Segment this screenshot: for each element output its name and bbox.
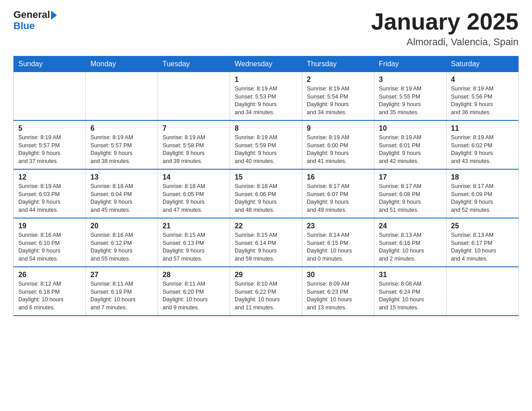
- calendar-cell: 17Sunrise: 8:17 AM Sunset: 6:08 PM Dayli…: [374, 169, 446, 218]
- day-number: 23: [307, 222, 369, 230]
- calendar-cell: 10Sunrise: 8:19 AM Sunset: 6:01 PM Dayli…: [374, 120, 446, 169]
- page-header: General Blue January 2025 Almoradi, Vale…: [13, 9, 519, 48]
- calendar-cell: [158, 72, 230, 121]
- day-info: Sunrise: 8:19 AM Sunset: 5:57 PM Dayligh…: [18, 134, 81, 165]
- day-number: 3: [379, 76, 442, 84]
- day-info: Sunrise: 8:19 AM Sunset: 5:57 PM Dayligh…: [90, 134, 153, 165]
- calendar-cell: 15Sunrise: 8:18 AM Sunset: 6:06 PM Dayli…: [230, 169, 302, 218]
- calendar-cell: 31Sunrise: 8:08 AM Sunset: 6:24 PM Dayli…: [374, 267, 446, 316]
- day-info: Sunrise: 8:14 AM Sunset: 6:15 PM Dayligh…: [307, 231, 369, 263]
- day-number: 21: [163, 222, 225, 230]
- calendar-week-row: 19Sunrise: 8:16 AM Sunset: 6:10 PM Dayli…: [14, 218, 519, 267]
- day-info: Sunrise: 8:19 AM Sunset: 5:58 PM Dayligh…: [163, 134, 225, 165]
- day-number: 13: [90, 173, 153, 181]
- day-info: Sunrise: 8:18 AM Sunset: 6:06 PM Dayligh…: [235, 183, 297, 214]
- day-number: 16: [307, 173, 369, 181]
- day-number: 26: [18, 271, 81, 279]
- title-section: January 2025 Almoradi, Valencia, Spain: [371, 9, 519, 48]
- day-info: Sunrise: 8:09 AM Sunset: 6:23 PM Dayligh…: [307, 280, 369, 312]
- day-info: Sunrise: 8:16 AM Sunset: 6:12 PM Dayligh…: [90, 231, 153, 263]
- day-info: Sunrise: 8:15 AM Sunset: 6:13 PM Dayligh…: [163, 231, 225, 263]
- day-number: 11: [451, 124, 514, 133]
- calendar-cell: 29Sunrise: 8:10 AM Sunset: 6:22 PM Dayli…: [230, 267, 302, 316]
- day-info: Sunrise: 8:11 AM Sunset: 6:20 PM Dayligh…: [163, 280, 225, 312]
- day-info: Sunrise: 8:08 AM Sunset: 6:24 PM Dayligh…: [379, 280, 442, 312]
- day-number: 8: [235, 124, 297, 133]
- day-number: 29: [235, 271, 297, 279]
- logo-text-general: General: [13, 9, 50, 20]
- calendar-cell: 24Sunrise: 8:13 AM Sunset: 6:16 PM Dayli…: [374, 218, 446, 267]
- day-info: Sunrise: 8:17 AM Sunset: 6:09 PM Dayligh…: [451, 183, 514, 214]
- calendar-cell: 22Sunrise: 8:15 AM Sunset: 6:14 PM Dayli…: [230, 218, 302, 267]
- day-number: 30: [307, 271, 369, 279]
- day-info: Sunrise: 8:19 AM Sunset: 5:54 PM Dayligh…: [307, 85, 369, 116]
- day-number: 2: [307, 76, 369, 84]
- day-info: Sunrise: 8:19 AM Sunset: 6:03 PM Dayligh…: [18, 183, 81, 214]
- calendar-cell: [86, 72, 158, 121]
- calendar-cell: 30Sunrise: 8:09 AM Sunset: 6:23 PM Dayli…: [302, 267, 374, 316]
- weekday-header-wednesday: Wednesday: [230, 56, 302, 72]
- month-title: January 2025: [371, 9, 519, 34]
- calendar-cell: 21Sunrise: 8:15 AM Sunset: 6:13 PM Dayli…: [158, 218, 230, 267]
- calendar-table: SundayMondayTuesdayWednesdayThursdayFrid…: [13, 56, 519, 316]
- calendar-cell: 6Sunrise: 8:19 AM Sunset: 5:57 PM Daylig…: [86, 120, 158, 169]
- day-info: Sunrise: 8:12 AM Sunset: 6:18 PM Dayligh…: [18, 280, 81, 312]
- calendar-cell: [14, 72, 86, 121]
- calendar-body: 1Sunrise: 8:19 AM Sunset: 5:53 PM Daylig…: [14, 72, 519, 316]
- calendar-cell: 1Sunrise: 8:19 AM Sunset: 5:53 PM Daylig…: [230, 72, 302, 121]
- calendar-cell: 13Sunrise: 8:18 AM Sunset: 6:04 PM Dayli…: [86, 169, 158, 218]
- weekday-header-friday: Friday: [374, 56, 446, 72]
- weekday-header-tuesday: Tuesday: [158, 56, 230, 72]
- day-info: Sunrise: 8:18 AM Sunset: 6:04 PM Dayligh…: [90, 183, 153, 214]
- day-info: Sunrise: 8:19 AM Sunset: 6:00 PM Dayligh…: [307, 134, 369, 165]
- calendar-cell: 23Sunrise: 8:14 AM Sunset: 6:15 PM Dayli…: [302, 218, 374, 267]
- calendar-cell: 7Sunrise: 8:19 AM Sunset: 5:58 PM Daylig…: [158, 120, 230, 169]
- day-number: 14: [163, 173, 225, 181]
- calendar-cell: 8Sunrise: 8:19 AM Sunset: 5:59 PM Daylig…: [230, 120, 302, 169]
- weekday-header-monday: Monday: [86, 56, 158, 72]
- day-info: Sunrise: 8:15 AM Sunset: 6:14 PM Dayligh…: [235, 231, 297, 263]
- logo-arrow-icon: [51, 11, 57, 20]
- day-number: 5: [18, 124, 81, 133]
- calendar-cell: 28Sunrise: 8:11 AM Sunset: 6:20 PM Dayli…: [158, 267, 230, 316]
- day-number: 12: [18, 173, 81, 181]
- day-number: 19: [18, 222, 81, 230]
- day-info: Sunrise: 8:19 AM Sunset: 5:55 PM Dayligh…: [379, 85, 442, 116]
- day-number: 6: [90, 124, 153, 133]
- day-number: 4: [451, 76, 514, 84]
- day-info: Sunrise: 8:19 AM Sunset: 6:01 PM Dayligh…: [379, 134, 442, 165]
- day-info: Sunrise: 8:17 AM Sunset: 6:08 PM Dayligh…: [379, 183, 442, 214]
- day-number: 28: [163, 271, 225, 279]
- calendar-week-row: 1Sunrise: 8:19 AM Sunset: 5:53 PM Daylig…: [14, 72, 519, 121]
- location: Almoradi, Valencia, Spain: [371, 36, 519, 48]
- calendar-cell: 11Sunrise: 8:19 AM Sunset: 6:02 PM Dayli…: [446, 120, 519, 169]
- day-info: Sunrise: 8:18 AM Sunset: 6:05 PM Dayligh…: [163, 183, 225, 214]
- calendar-cell: 12Sunrise: 8:19 AM Sunset: 6:03 PM Dayli…: [14, 169, 86, 218]
- day-number: 24: [379, 222, 442, 230]
- day-number: 25: [451, 222, 514, 230]
- calendar-cell: 27Sunrise: 8:11 AM Sunset: 6:19 PM Dayli…: [86, 267, 158, 316]
- calendar-cell: 5Sunrise: 8:19 AM Sunset: 5:57 PM Daylig…: [14, 120, 86, 169]
- day-number: 7: [163, 124, 225, 133]
- calendar-cell: 2Sunrise: 8:19 AM Sunset: 5:54 PM Daylig…: [302, 72, 374, 121]
- calendar-cell: 26Sunrise: 8:12 AM Sunset: 6:18 PM Dayli…: [14, 267, 86, 316]
- calendar-header: SundayMondayTuesdayWednesdayThursdayFrid…: [14, 56, 519, 72]
- day-number: 15: [235, 173, 297, 181]
- day-number: 1: [235, 76, 297, 84]
- day-info: Sunrise: 8:16 AM Sunset: 6:10 PM Dayligh…: [18, 231, 81, 263]
- calendar-cell: 4Sunrise: 8:19 AM Sunset: 5:56 PM Daylig…: [446, 72, 519, 121]
- weekday-header-thursday: Thursday: [302, 56, 374, 72]
- day-number: 22: [235, 222, 297, 230]
- day-info: Sunrise: 8:17 AM Sunset: 6:07 PM Dayligh…: [307, 183, 369, 214]
- day-number: 17: [379, 173, 442, 181]
- day-number: 20: [90, 222, 153, 230]
- calendar-cell: 9Sunrise: 8:19 AM Sunset: 6:00 PM Daylig…: [302, 120, 374, 169]
- day-number: 18: [451, 173, 514, 181]
- weekday-header-row: SundayMondayTuesdayWednesdayThursdayFrid…: [14, 56, 519, 72]
- day-info: Sunrise: 8:10 AM Sunset: 6:22 PM Dayligh…: [235, 280, 297, 312]
- calendar-cell: 16Sunrise: 8:17 AM Sunset: 6:07 PM Dayli…: [302, 169, 374, 218]
- day-info: Sunrise: 8:13 AM Sunset: 6:17 PM Dayligh…: [451, 231, 514, 263]
- day-number: 10: [379, 124, 442, 133]
- day-info: Sunrise: 8:13 AM Sunset: 6:16 PM Dayligh…: [379, 231, 442, 263]
- day-number: 31: [379, 271, 442, 279]
